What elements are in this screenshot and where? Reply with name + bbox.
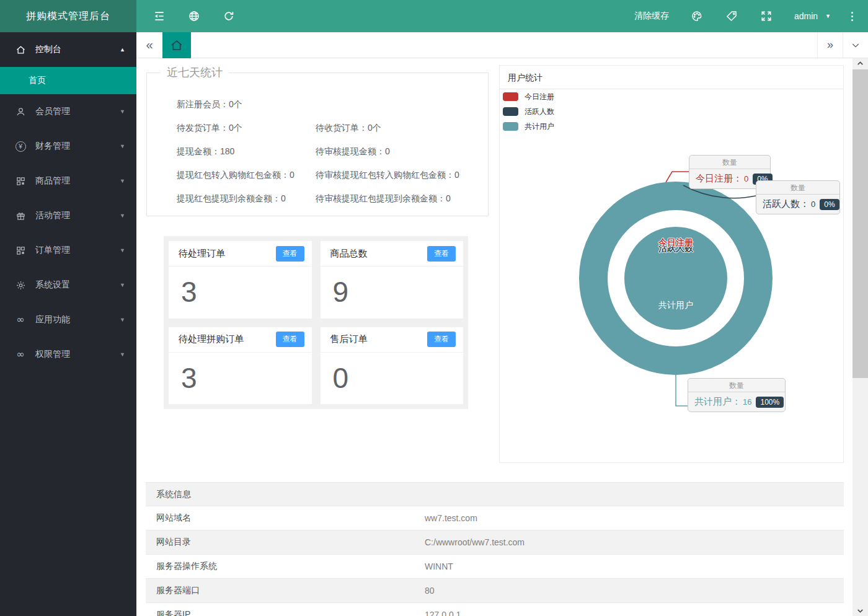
caret-down-icon: ▼ bbox=[120, 317, 125, 323]
infinity-icon: ∞ bbox=[15, 350, 26, 359]
card-pending-orders: 待处理订单 查看 3 bbox=[169, 241, 312, 319]
seven-day-stats-panel: 近七天统计 新注册会员：0个 待发货订单：0个 待收货订单：0个 提现金额：18… bbox=[146, 73, 489, 216]
sidebar-item-home-active[interactable]: 首页 bbox=[0, 67, 136, 94]
caret-down-icon: ▼ bbox=[120, 213, 125, 219]
panel-legend: 近七天统计 bbox=[161, 65, 229, 80]
user-menu[interactable]: admin ▼ bbox=[794, 11, 831, 21]
gift-icon bbox=[15, 211, 26, 221]
stat-pending-withdraw: 待审核提现金额：0 bbox=[316, 146, 390, 157]
donut-label-today: 今日注册 bbox=[658, 237, 693, 249]
user-icon bbox=[15, 107, 26, 117]
grid-icon bbox=[15, 245, 26, 256]
stat-withdraw-amount: 提现金额：180 bbox=[177, 146, 316, 157]
refresh-icon[interactable] bbox=[222, 9, 236, 23]
tabs-scroll-left-icon[interactable]: « bbox=[136, 32, 162, 58]
stat-pending-receive: 待收货订单：0个 bbox=[316, 123, 381, 134]
sidebar-collapse-icon[interactable] bbox=[153, 9, 166, 23]
sidebar-item-activity[interactable]: 活动管理 ▼ bbox=[0, 198, 136, 233]
sidebar-item-label: 订单管理 bbox=[35, 245, 70, 256]
home-icon bbox=[15, 45, 26, 55]
sidebar-item-label: 会员管理 bbox=[35, 106, 70, 117]
view-button[interactable]: 查看 bbox=[427, 246, 456, 262]
pct-badge: 0% bbox=[820, 199, 839, 210]
card-value: 3 bbox=[169, 353, 312, 395]
sidebar-item-console[interactable]: 控制台 ▲ bbox=[0, 32, 136, 67]
card-title: 售后订单 bbox=[330, 333, 368, 345]
home-icon bbox=[170, 38, 184, 52]
tab-bar: « » bbox=[136, 32, 868, 58]
sidebar-item-label: 应用功能 bbox=[35, 314, 70, 325]
table-row: 服务器操作系统 WINNT bbox=[146, 555, 844, 579]
clear-cache-button[interactable]: 清除缓存 bbox=[634, 9, 669, 23]
caret-down-icon: ▼ bbox=[120, 143, 125, 149]
card-title: 商品总数 bbox=[330, 248, 368, 260]
sidebar-item-apps[interactable]: ∞ 应用功能 ▼ bbox=[0, 302, 136, 337]
palette-icon[interactable] bbox=[690, 9, 704, 23]
metric-cards-panel: 待处理订单 查看 3 商品总数 查看 9 待处理拼购订单 查看 3 售后订单 查… bbox=[164, 236, 468, 409]
tab-home[interactable] bbox=[162, 32, 191, 58]
legend-item-active[interactable]: 活跃人数 bbox=[500, 104, 843, 119]
app-logo: 拼购模式管理后台 bbox=[0, 0, 136, 32]
caret-up-icon: ▲ bbox=[120, 46, 125, 53]
caret-down-icon: ▼ bbox=[120, 178, 125, 184]
more-menu-icon[interactable] bbox=[846, 9, 858, 23]
sidebar-subitem-label: 首页 bbox=[29, 75, 46, 86]
view-button[interactable]: 查看 bbox=[276, 246, 304, 262]
sidebar-item-label: 控制台 bbox=[35, 44, 61, 55]
sidebar-item-label: 财务管理 bbox=[35, 141, 70, 152]
sidebar-item-label: 商品管理 bbox=[35, 175, 70, 187]
pct-badge: 100% bbox=[756, 397, 784, 408]
card-pending-group-orders: 待处理拼购订单 查看 3 bbox=[169, 327, 312, 405]
yen-circle-icon: ¥ bbox=[15, 141, 26, 152]
callout-total-users: 数量 共计用户： 16 100% bbox=[688, 378, 786, 412]
legend-item-today[interactable]: 今日注册 bbox=[500, 89, 843, 104]
infinity-icon: ∞ bbox=[15, 315, 26, 325]
legend-item-total[interactable]: 共计用户 bbox=[500, 119, 843, 134]
stat-new-members: 新注册会员：0个 bbox=[177, 99, 242, 110]
table-row: 服务器IP 127.0.0.1 bbox=[146, 603, 844, 616]
view-button[interactable]: 查看 bbox=[427, 332, 456, 347]
sidebar-item-orders[interactable]: 订单管理 ▼ bbox=[0, 233, 136, 268]
view-button[interactable]: 查看 bbox=[276, 332, 304, 347]
globe-icon[interactable] bbox=[187, 9, 201, 23]
card-aftersale-orders: 售后订单 查看 0 bbox=[321, 327, 464, 405]
stat-redpacket-to-balance: 提现红包提现到余额金额：0 bbox=[177, 193, 316, 205]
tag-icon[interactable] bbox=[725, 9, 738, 23]
grid-icon bbox=[15, 176, 26, 187]
tab-bar-right: » bbox=[817, 32, 868, 58]
app-title: 拼购模式管理后台 bbox=[26, 10, 110, 23]
table-row: 服务器端口 80 bbox=[146, 579, 844, 603]
scrollbar-thumb[interactable] bbox=[852, 69, 868, 378]
fullscreen-icon[interactable] bbox=[760, 9, 773, 23]
tabs-menu-chevron-icon[interactable] bbox=[843, 32, 868, 58]
sidebar-item-label: 活动管理 bbox=[35, 210, 70, 221]
gear-icon bbox=[15, 280, 26, 291]
card-title: 待处理订单 bbox=[179, 248, 225, 260]
username: admin bbox=[794, 11, 818, 21]
card-value: 3 bbox=[169, 266, 312, 309]
sidebar-item-permissions[interactable]: ∞ 权限管理 ▼ bbox=[0, 337, 136, 372]
user-stats-panel: 用户统计 今日注册 活跃人数 共计用户 今日注册 活跃人数 共计用户 数量 今日… bbox=[499, 65, 844, 463]
legend-swatch bbox=[503, 92, 518, 101]
sidebar-item-settings[interactable]: 系统设置 ▼ bbox=[0, 268, 136, 302]
sidebar-item-members[interactable]: 会员管理 ▼ bbox=[0, 94, 136, 129]
donut-label-total: 共计用户 bbox=[658, 300, 693, 311]
scrollbar-up-icon[interactable] bbox=[852, 58, 868, 69]
table-row: 网站域名 ww7.test.com bbox=[146, 506, 844, 530]
vertical-scrollbar[interactable] bbox=[852, 58, 868, 616]
sidebar-item-goods[interactable]: 商品管理 ▼ bbox=[0, 164, 136, 198]
main-content: 近七天统计 新注册会员：0个 待发货订单：0个 待收货订单：0个 提现金额：18… bbox=[136, 58, 852, 616]
caret-down-icon: ▼ bbox=[120, 247, 125, 253]
card-title: 待处理拼购订单 bbox=[179, 333, 244, 345]
legend-swatch bbox=[503, 107, 518, 116]
stat-redpacket-to-shopping: 提现红包转入购物红包金额：0 bbox=[177, 170, 316, 181]
tabs-scroll-right-icon[interactable]: » bbox=[817, 32, 843, 58]
app-header: 拼购模式管理后台 清除缓存 bbox=[0, 0, 868, 32]
sidebar-item-label: 系统设置 bbox=[35, 279, 70, 291]
table-header-row: 系统信息 bbox=[146, 482, 844, 506]
scrollbar-down-icon[interactable] bbox=[852, 605, 868, 616]
legend-swatch bbox=[503, 122, 518, 131]
sidebar-item-finance[interactable]: ¥ 财务管理 ▼ bbox=[0, 129, 136, 164]
caret-down-icon: ▼ bbox=[120, 351, 125, 358]
sidebar-item-label: 权限管理 bbox=[35, 349, 70, 360]
